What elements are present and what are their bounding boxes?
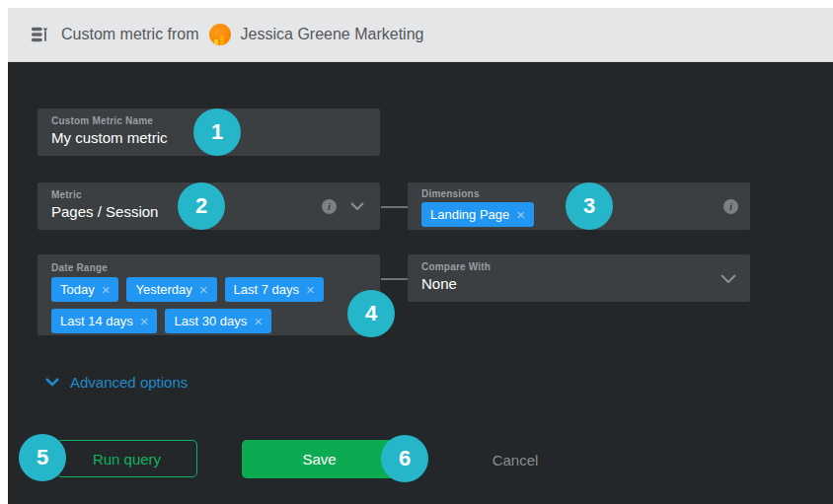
advanced-options-label: Advanced options	[70, 374, 188, 391]
account-avatar-icon	[209, 24, 231, 45]
annotation-connector-line	[381, 278, 408, 280]
chip-label: Today	[60, 282, 95, 297]
chip-label: Landing Page	[430, 207, 509, 222]
remove-chip-icon[interactable]: ×	[516, 207, 525, 222]
annotation-badge-5: 5	[19, 434, 66, 481]
metric-info-icon[interactable]: i	[322, 199, 337, 214]
custom-metric-modal: Custom metric from Jessica Greene Market…	[0, 0, 833, 504]
date-range-label: Date Range	[51, 262, 366, 273]
date-range-field[interactable]: Date Range Today × Yesterday × Last 7 da…	[38, 254, 380, 335]
remove-chip-icon[interactable]: ×	[102, 282, 111, 297]
dimension-chip-landing-page[interactable]: Landing Page ×	[421, 202, 534, 227]
compare-with-chevron-down-icon	[720, 274, 736, 283]
compare-with-value: None	[421, 275, 736, 292]
chip-label: Last 14 days	[60, 314, 133, 328]
date-chip-today[interactable]: Today ×	[51, 277, 118, 302]
cancel-button[interactable]: Cancel	[481, 445, 550, 474]
remove-chip-icon[interactable]: ×	[254, 314, 263, 328]
chip-label: Last 30 days	[174, 314, 247, 328]
custom-metric-database-icon	[30, 25, 49, 44]
date-chip-last-7-days[interactable]: Last 7 days ×	[225, 277, 324, 302]
compare-with-label: Compare With	[421, 261, 736, 272]
advanced-options-toggle[interactable]: Advanced options	[45, 374, 188, 391]
remove-chip-icon[interactable]: ×	[199, 282, 208, 297]
chip-label: Yesterday	[135, 282, 191, 297]
advanced-options-chevron-down-icon	[45, 378, 59, 387]
account-name: Jessica Greene Marketing	[241, 26, 424, 43]
annotation-badge-2: 2	[178, 182, 225, 230]
annotation-badge-4: 4	[347, 290, 395, 337]
chip-label: Last 7 days	[234, 282, 300, 297]
save-button[interactable]: Save	[242, 440, 397, 478]
annotation-badge-1: 1	[193, 108, 241, 156]
date-chip-last-14-days[interactable]: Last 14 days ×	[51, 309, 157, 333]
remove-chip-icon[interactable]: ×	[306, 282, 315, 297]
annotation-connector-line	[381, 206, 408, 208]
modal-title: Custom metric from	[61, 26, 199, 43]
dimensions-info-icon[interactable]: i	[723, 199, 738, 214]
modal-header: Custom metric from Jessica Greene Market…	[8, 8, 833, 62]
remove-chip-icon[interactable]: ×	[140, 314, 149, 328]
metric-chevron-down-icon	[350, 202, 364, 210]
date-chip-last-30-days[interactable]: Last 30 days ×	[165, 309, 270, 333]
date-chip-yesterday[interactable]: Yesterday ×	[126, 277, 216, 302]
custom-metric-name-input[interactable]	[51, 129, 298, 146]
annotation-badge-6: 6	[381, 435, 428, 482]
run-query-button[interactable]: Run query	[56, 440, 197, 477]
compare-with-dropdown-field[interactable]: Compare With None	[408, 254, 750, 302]
annotation-badge-3: 3	[566, 182, 613, 230]
